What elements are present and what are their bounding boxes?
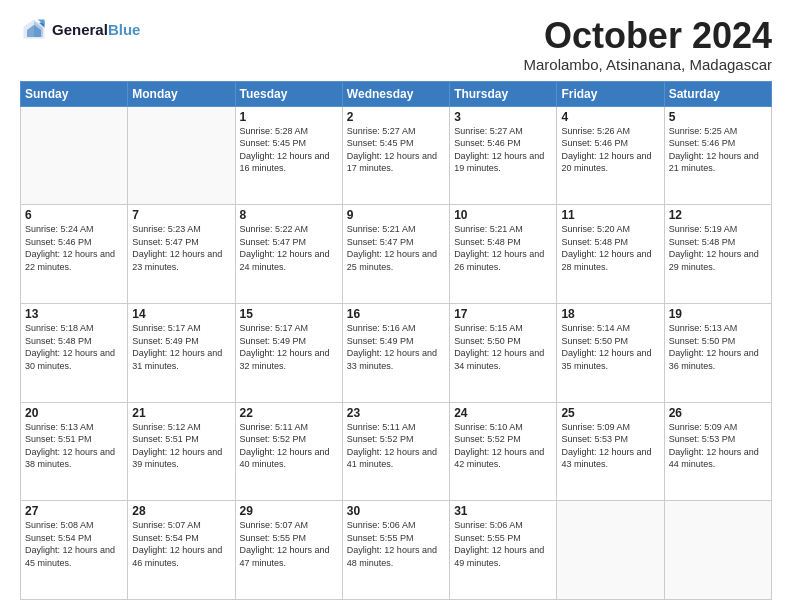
day-number: 4 xyxy=(561,110,659,124)
day-info: Sunrise: 5:06 AMSunset: 5:55 PMDaylight:… xyxy=(454,519,552,569)
col-friday: Friday xyxy=(557,81,664,106)
logo-icon xyxy=(20,16,48,44)
table-row xyxy=(128,106,235,205)
table-row: 20Sunrise: 5:13 AMSunset: 5:51 PMDayligh… xyxy=(21,402,128,501)
day-info: Sunrise: 5:06 AMSunset: 5:55 PMDaylight:… xyxy=(347,519,445,569)
table-row: 7Sunrise: 5:23 AMSunset: 5:47 PMDaylight… xyxy=(128,205,235,304)
day-info: Sunrise: 5:16 AMSunset: 5:49 PMDaylight:… xyxy=(347,322,445,372)
day-number: 3 xyxy=(454,110,552,124)
table-row xyxy=(664,501,771,600)
table-row: 6Sunrise: 5:24 AMSunset: 5:46 PMDaylight… xyxy=(21,205,128,304)
day-info: Sunrise: 5:10 AMSunset: 5:52 PMDaylight:… xyxy=(454,421,552,471)
title-block: October 2024 Marolambo, Atsinanana, Mada… xyxy=(524,16,772,73)
day-number: 2 xyxy=(347,110,445,124)
day-number: 26 xyxy=(669,406,767,420)
table-row: 13Sunrise: 5:18 AMSunset: 5:48 PMDayligh… xyxy=(21,303,128,402)
day-info: Sunrise: 5:11 AMSunset: 5:52 PMDaylight:… xyxy=(240,421,338,471)
table-row: 4Sunrise: 5:26 AMSunset: 5:46 PMDaylight… xyxy=(557,106,664,205)
day-info: Sunrise: 5:12 AMSunset: 5:51 PMDaylight:… xyxy=(132,421,230,471)
day-info: Sunrise: 5:24 AMSunset: 5:46 PMDaylight:… xyxy=(25,223,123,273)
table-row xyxy=(21,106,128,205)
header: GeneralBlue October 2024 Marolambo, Atsi… xyxy=(20,16,772,73)
day-number: 11 xyxy=(561,208,659,222)
day-info: Sunrise: 5:07 AMSunset: 5:54 PMDaylight:… xyxy=(132,519,230,569)
table-row: 22Sunrise: 5:11 AMSunset: 5:52 PMDayligh… xyxy=(235,402,342,501)
calendar-week-row: 20Sunrise: 5:13 AMSunset: 5:51 PMDayligh… xyxy=(21,402,772,501)
table-row: 16Sunrise: 5:16 AMSunset: 5:49 PMDayligh… xyxy=(342,303,449,402)
day-number: 14 xyxy=(132,307,230,321)
col-wednesday: Wednesday xyxy=(342,81,449,106)
calendar-table: Sunday Monday Tuesday Wednesday Thursday… xyxy=(20,81,772,600)
day-info: Sunrise: 5:27 AMSunset: 5:46 PMDaylight:… xyxy=(454,125,552,175)
day-number: 30 xyxy=(347,504,445,518)
day-number: 21 xyxy=(132,406,230,420)
col-tuesday: Tuesday xyxy=(235,81,342,106)
table-row: 30Sunrise: 5:06 AMSunset: 5:55 PMDayligh… xyxy=(342,501,449,600)
day-info: Sunrise: 5:15 AMSunset: 5:50 PMDaylight:… xyxy=(454,322,552,372)
day-info: Sunrise: 5:21 AMSunset: 5:48 PMDaylight:… xyxy=(454,223,552,273)
day-info: Sunrise: 5:19 AMSunset: 5:48 PMDaylight:… xyxy=(669,223,767,273)
day-number: 28 xyxy=(132,504,230,518)
day-info: Sunrise: 5:14 AMSunset: 5:50 PMDaylight:… xyxy=(561,322,659,372)
day-info: Sunrise: 5:21 AMSunset: 5:47 PMDaylight:… xyxy=(347,223,445,273)
table-row: 28Sunrise: 5:07 AMSunset: 5:54 PMDayligh… xyxy=(128,501,235,600)
day-info: Sunrise: 5:22 AMSunset: 5:47 PMDaylight:… xyxy=(240,223,338,273)
day-number: 7 xyxy=(132,208,230,222)
table-row: 29Sunrise: 5:07 AMSunset: 5:55 PMDayligh… xyxy=(235,501,342,600)
day-info: Sunrise: 5:13 AMSunset: 5:51 PMDaylight:… xyxy=(25,421,123,471)
day-info: Sunrise: 5:13 AMSunset: 5:50 PMDaylight:… xyxy=(669,322,767,372)
table-row: 17Sunrise: 5:15 AMSunset: 5:50 PMDayligh… xyxy=(450,303,557,402)
day-info: Sunrise: 5:17 AMSunset: 5:49 PMDaylight:… xyxy=(240,322,338,372)
table-row: 31Sunrise: 5:06 AMSunset: 5:55 PMDayligh… xyxy=(450,501,557,600)
day-number: 29 xyxy=(240,504,338,518)
day-number: 19 xyxy=(669,307,767,321)
day-number: 1 xyxy=(240,110,338,124)
calendar-week-row: 27Sunrise: 5:08 AMSunset: 5:54 PMDayligh… xyxy=(21,501,772,600)
table-row: 15Sunrise: 5:17 AMSunset: 5:49 PMDayligh… xyxy=(235,303,342,402)
col-monday: Monday xyxy=(128,81,235,106)
day-number: 23 xyxy=(347,406,445,420)
day-number: 20 xyxy=(25,406,123,420)
col-saturday: Saturday xyxy=(664,81,771,106)
day-number: 18 xyxy=(561,307,659,321)
table-row: 10Sunrise: 5:21 AMSunset: 5:48 PMDayligh… xyxy=(450,205,557,304)
day-info: Sunrise: 5:09 AMSunset: 5:53 PMDaylight:… xyxy=(669,421,767,471)
day-number: 22 xyxy=(240,406,338,420)
day-number: 10 xyxy=(454,208,552,222)
day-info: Sunrise: 5:11 AMSunset: 5:52 PMDaylight:… xyxy=(347,421,445,471)
day-info: Sunrise: 5:18 AMSunset: 5:48 PMDaylight:… xyxy=(25,322,123,372)
page: GeneralBlue October 2024 Marolambo, Atsi… xyxy=(0,0,792,612)
table-row: 3Sunrise: 5:27 AMSunset: 5:46 PMDaylight… xyxy=(450,106,557,205)
table-row: 26Sunrise: 5:09 AMSunset: 5:53 PMDayligh… xyxy=(664,402,771,501)
table-row: 9Sunrise: 5:21 AMSunset: 5:47 PMDaylight… xyxy=(342,205,449,304)
table-row: 25Sunrise: 5:09 AMSunset: 5:53 PMDayligh… xyxy=(557,402,664,501)
day-number: 25 xyxy=(561,406,659,420)
day-info: Sunrise: 5:25 AMSunset: 5:46 PMDaylight:… xyxy=(669,125,767,175)
day-number: 17 xyxy=(454,307,552,321)
day-info: Sunrise: 5:07 AMSunset: 5:55 PMDaylight:… xyxy=(240,519,338,569)
day-number: 6 xyxy=(25,208,123,222)
day-number: 12 xyxy=(669,208,767,222)
calendar-header-row: Sunday Monday Tuesday Wednesday Thursday… xyxy=(21,81,772,106)
day-number: 16 xyxy=(347,307,445,321)
table-row: 21Sunrise: 5:12 AMSunset: 5:51 PMDayligh… xyxy=(128,402,235,501)
month-title: October 2024 xyxy=(524,16,772,56)
col-thursday: Thursday xyxy=(450,81,557,106)
logo-text: GeneralBlue xyxy=(52,22,140,39)
table-row: 12Sunrise: 5:19 AMSunset: 5:48 PMDayligh… xyxy=(664,205,771,304)
logo: GeneralBlue xyxy=(20,16,140,44)
day-number: 24 xyxy=(454,406,552,420)
calendar-week-row: 6Sunrise: 5:24 AMSunset: 5:46 PMDaylight… xyxy=(21,205,772,304)
calendar-week-row: 1Sunrise: 5:28 AMSunset: 5:45 PMDaylight… xyxy=(21,106,772,205)
table-row: 18Sunrise: 5:14 AMSunset: 5:50 PMDayligh… xyxy=(557,303,664,402)
table-row: 2Sunrise: 5:27 AMSunset: 5:45 PMDaylight… xyxy=(342,106,449,205)
day-number: 27 xyxy=(25,504,123,518)
day-info: Sunrise: 5:28 AMSunset: 5:45 PMDaylight:… xyxy=(240,125,338,175)
day-number: 15 xyxy=(240,307,338,321)
day-info: Sunrise: 5:23 AMSunset: 5:47 PMDaylight:… xyxy=(132,223,230,273)
table-row: 5Sunrise: 5:25 AMSunset: 5:46 PMDaylight… xyxy=(664,106,771,205)
calendar-week-row: 13Sunrise: 5:18 AMSunset: 5:48 PMDayligh… xyxy=(21,303,772,402)
col-sunday: Sunday xyxy=(21,81,128,106)
day-info: Sunrise: 5:20 AMSunset: 5:48 PMDaylight:… xyxy=(561,223,659,273)
table-row: 27Sunrise: 5:08 AMSunset: 5:54 PMDayligh… xyxy=(21,501,128,600)
